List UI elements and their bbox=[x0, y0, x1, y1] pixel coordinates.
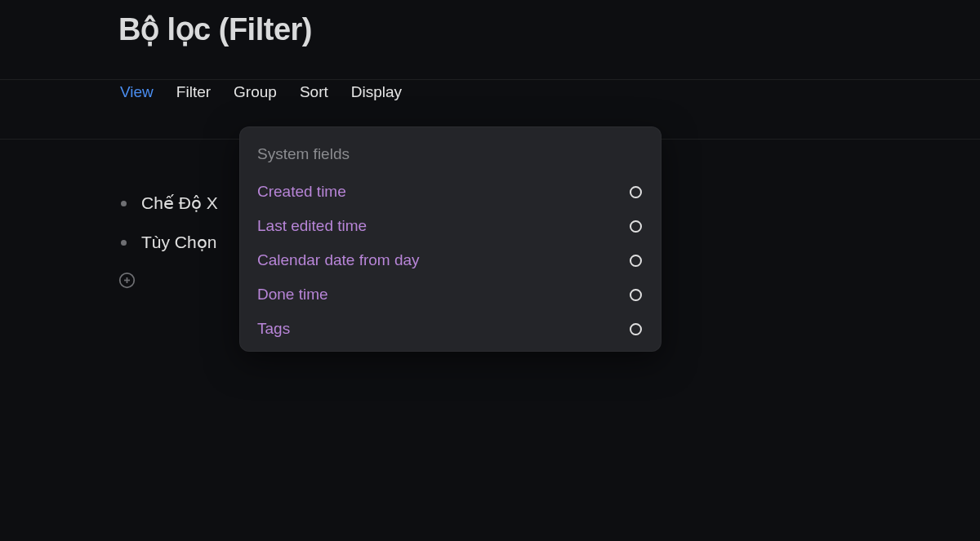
tab-sort[interactable]: Sort bbox=[300, 83, 328, 101]
dropdown-item-label: Calendar date from day bbox=[257, 251, 420, 269]
plus-circle-icon bbox=[118, 272, 136, 289]
tab-view[interactable]: View bbox=[120, 83, 154, 101]
list-item-label: Tùy Chọn bbox=[141, 233, 216, 252]
radio-icon bbox=[630, 186, 642, 198]
page-title: Bộ lọc (Filter) bbox=[0, 0, 980, 47]
divider bbox=[0, 79, 980, 80]
tab-display[interactable]: Display bbox=[351, 83, 402, 101]
radio-icon bbox=[630, 220, 642, 233]
add-item-button[interactable] bbox=[118, 272, 218, 293]
dropdown-item-label: Last edited time bbox=[257, 217, 367, 235]
system-fields-dropdown: System fields Created time Last edited t… bbox=[239, 126, 662, 352]
radio-icon bbox=[630, 255, 642, 267]
dropdown-item-created-time[interactable]: Created time bbox=[240, 175, 661, 209]
bullet-icon bbox=[121, 240, 127, 246]
content-list: Chế Độ X Tùy Chọn bbox=[121, 193, 218, 293]
dropdown-header: System fields bbox=[240, 139, 661, 175]
radio-icon bbox=[630, 323, 642, 335]
dropdown-item-last-edited-time[interactable]: Last edited time bbox=[240, 209, 661, 243]
tab-bar: View Filter Group Sort Display bbox=[0, 47, 980, 101]
list-item[interactable]: Tùy Chọn bbox=[121, 233, 218, 252]
dropdown-item-done-time[interactable]: Done time bbox=[240, 277, 661, 312]
tab-group[interactable]: Group bbox=[234, 83, 277, 101]
dropdown-item-tags[interactable]: Tags bbox=[240, 312, 661, 346]
tab-filter[interactable]: Filter bbox=[176, 83, 211, 101]
dropdown-item-label: Created time bbox=[257, 183, 346, 201]
dropdown-item-label: Done time bbox=[257, 286, 328, 304]
dropdown-item-calendar-date[interactable]: Calendar date from day bbox=[240, 243, 661, 277]
radio-icon bbox=[630, 289, 642, 301]
bullet-icon bbox=[121, 201, 127, 206]
list-item[interactable]: Chế Độ X bbox=[121, 193, 218, 213]
dropdown-item-label: Tags bbox=[257, 320, 290, 338]
list-item-label: Chế Độ X bbox=[141, 193, 218, 213]
